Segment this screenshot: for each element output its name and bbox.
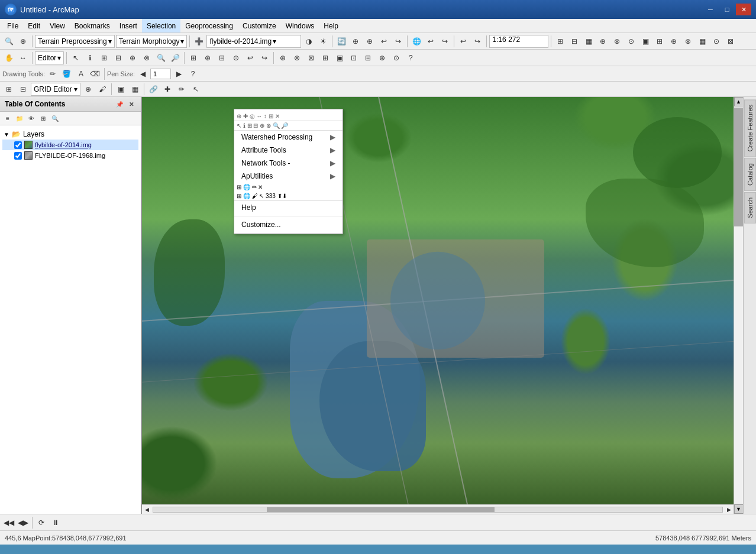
nav2-icon[interactable]: ⊕ (349, 35, 362, 48)
menu-windows[interactable]: Windows (281, 19, 319, 33)
toc-filter-icon[interactable]: 🔍 (50, 113, 60, 124)
dropdown-item-network[interactable]: Network Tools - ▶ (234, 157, 343, 170)
grid-pencil-icon[interactable]: ✏ (175, 83, 188, 96)
toc-item-layer2[interactable]: FLYBILDE-OF-1968.img (2, 150, 138, 161)
move-icon[interactable]: ✋ (2, 51, 15, 64)
bottom-btn1[interactable]: ◀◀ (2, 516, 15, 529)
tool4-icon[interactable]: ⊕ (596, 35, 609, 48)
tool2-icon[interactable]: ⊟ (568, 35, 581, 48)
menu-file[interactable]: File (2, 19, 23, 33)
snapping-icon[interactable]: ⊞ (554, 35, 567, 48)
scale-input[interactable]: 1:16 272 (489, 35, 548, 48)
draw-help-icon[interactable]: ? (186, 67, 199, 80)
grid-editor-dropdown[interactable]: GRID Editor ▾ (31, 83, 80, 96)
tool9-icon[interactable]: ⊕ (667, 35, 680, 48)
tool-r[interactable]: ⊡ (347, 51, 360, 64)
dropdown-item-watershed[interactable]: Watershed Processing ▶ (234, 131, 343, 144)
h-scroll-thumb[interactable] (267, 507, 495, 512)
tool-j[interactable]: ⊙ (230, 51, 243, 64)
tool-q[interactable]: ▣ (333, 51, 346, 64)
sidebar-tab-search[interactable]: Search (744, 192, 756, 223)
menu-view[interactable]: View (45, 19, 70, 33)
tool13-icon[interactable]: ⊠ (724, 35, 737, 48)
layer-dropdown[interactable]: flybilde-of-2014.img ▾ (206, 35, 301, 48)
nav6-icon[interactable]: 🌐 (410, 35, 423, 48)
brightness-icon[interactable]: ☀ (316, 35, 329, 48)
tool-h[interactable]: ⊕ (201, 51, 214, 64)
tool-u[interactable]: ⊙ (390, 51, 403, 64)
tool5-icon[interactable]: ⊗ (610, 35, 623, 48)
terrain-morphology-dropdown[interactable]: Terrain Morphology ▾ (116, 35, 188, 48)
nav7-icon[interactable]: ↩ (424, 35, 437, 48)
v-scroll-track[interactable] (734, 106, 743, 504)
tool-t[interactable]: ⊕ (376, 51, 389, 64)
scroll-right-btn[interactable]: ▶ (724, 505, 734, 514)
tool-a[interactable]: ⊞ (98, 51, 111, 64)
zoom-btn2[interactable]: ⊕ (17, 35, 30, 48)
map-area[interactable]: ⊕ ✚ ◎ ↔ ↕ ⊞ ✕ ↖ ℹ ⊞ ⊟ ⊕ ⊗ 🔍 🔎 Watershed … (142, 97, 734, 504)
zoom-in-icon[interactable]: 🔍 (2, 35, 15, 48)
tool7-icon[interactable]: ▣ (639, 35, 652, 48)
redo-icon[interactable]: ↪ (471, 35, 484, 48)
grid-fill-icon[interactable]: ▦ (128, 83, 141, 96)
draw-fill-icon[interactable]: 🪣 (60, 67, 73, 80)
dropdown-item-attribute[interactable]: Attribute Tools ▶ (234, 144, 343, 157)
tool-i[interactable]: ⊟ (215, 51, 228, 64)
tool-f[interactable]: 🔎 (169, 51, 182, 64)
grid-cross-icon[interactable]: ✚ (161, 83, 174, 96)
toc-source-icon[interactable]: 📁 (14, 113, 25, 124)
grid-btn2[interactable]: ⊟ (17, 83, 30, 96)
tool6-icon[interactable]: ⊙ (625, 35, 638, 48)
close-button[interactable]: ✕ (736, 4, 751, 15)
bottom-btn2[interactable]: ◀▶ (17, 516, 30, 529)
tool-c[interactable]: ⊕ (126, 51, 139, 64)
window-controls[interactable]: ─ □ ✕ (703, 4, 751, 15)
menu-customize[interactable]: Customize (238, 19, 281, 33)
tool12-icon[interactable]: ⊙ (710, 35, 723, 48)
scroll-left-btn[interactable]: ◀ (142, 505, 151, 514)
v-scroll-thumb[interactable] (734, 108, 743, 227)
bottom-pause-icon[interactable]: ⏸ (49, 516, 62, 529)
grid-select-icon[interactable]: ▣ (114, 83, 127, 96)
tool8-icon[interactable]: ⊞ (653, 35, 666, 48)
menu-help[interactable]: Help (319, 19, 343, 33)
toc-order-icon[interactable]: ⊞ (38, 113, 49, 124)
minimize-button[interactable]: ─ (703, 4, 718, 15)
draw-erase-icon[interactable]: ⌫ (89, 67, 102, 80)
contrast-icon[interactable]: ◑ (302, 35, 315, 48)
tool-o[interactable]: ⊠ (305, 51, 318, 64)
tool-d[interactable]: ⊗ (140, 51, 153, 64)
toc-close-button[interactable]: ✕ (127, 99, 136, 109)
draw-text-icon[interactable]: A (75, 67, 88, 80)
nav4-icon[interactable]: ↩ (377, 35, 390, 48)
pen-size-down[interactable]: ◀ (136, 67, 149, 80)
menu-geoprocessing[interactable]: Geoprocessing (180, 19, 238, 33)
grid-cursor-icon[interactable]: ↖ (189, 83, 202, 96)
dropdown-item-customize[interactable]: Customize... (234, 218, 343, 231)
menu-bookmarks[interactable]: Bookmarks (70, 19, 115, 33)
editor-dropdown[interactable]: Editor ▾ (35, 51, 64, 64)
toc-visibility-icon[interactable]: 👁 (26, 113, 37, 124)
tool-m[interactable]: ⊕ (276, 51, 289, 64)
move2-icon[interactable]: ↔ (17, 51, 30, 64)
grid-btn1[interactable]: ⊞ (2, 83, 15, 96)
h-scroll-track[interactable] (153, 507, 723, 513)
scroll-down-btn[interactable]: ▼ (734, 504, 744, 514)
tool-g[interactable]: ⊞ (187, 51, 200, 64)
maximize-button[interactable]: □ (719, 4, 735, 15)
sidebar-tab-create-features[interactable]: Create Features (744, 99, 756, 157)
tool-e[interactable]: 🔍 (154, 51, 167, 64)
scroll-up-btn[interactable]: ▲ (734, 97, 744, 106)
nav3-icon[interactable]: ⊕ (363, 35, 376, 48)
tool-p[interactable]: ⊞ (319, 51, 332, 64)
tool11-icon[interactable]: ▦ (696, 35, 709, 48)
grid-paint-icon[interactable]: 🖌 (96, 83, 109, 96)
toc-group-header-layers[interactable]: ▼ 📂 Layers (2, 129, 138, 140)
menu-edit[interactable]: Edit (23, 19, 45, 33)
nav-icon[interactable]: 🔄 (335, 35, 348, 48)
undo-icon[interactable]: ↩ (457, 35, 470, 48)
nav8-icon[interactable]: ↪ (438, 35, 451, 48)
draw-pen-icon[interactable]: ✏ (46, 67, 59, 80)
dropdown-item-aputilities[interactable]: ApUtilities ▶ (234, 170, 343, 183)
tool-l[interactable]: ↪ (258, 51, 271, 64)
